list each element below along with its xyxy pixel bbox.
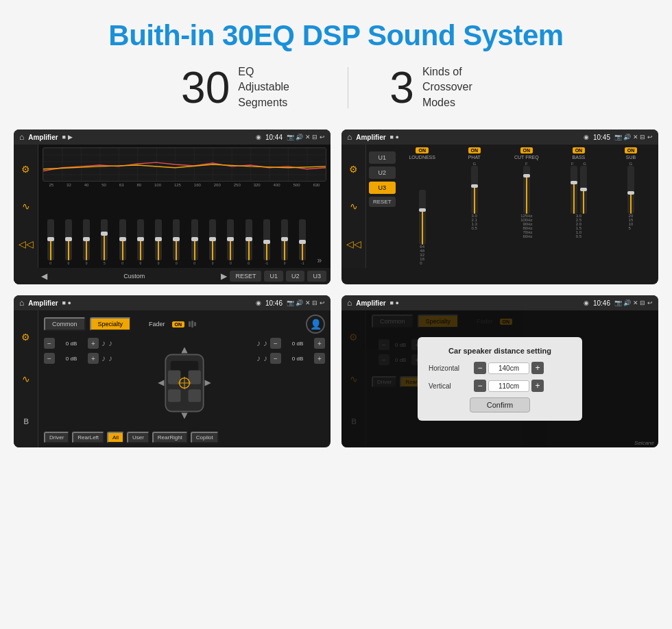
u1-btn[interactable]: U1 — [264, 271, 283, 282]
speaker-icon-6: ♪ — [263, 338, 267, 348]
eq-slider-2[interactable]: 0 — [65, 219, 72, 265]
db2-value: 0 dB — [58, 356, 85, 362]
sp-settings-icon[interactable]: ⚙ — [21, 332, 30, 343]
sp-right-controls: ♪ ♪ − 0 dB + ♪ ♪ − 0 dB + — [256, 338, 325, 428]
stat-eq-number: 30 — [181, 66, 230, 110]
cutfreq-slider1[interactable] — [523, 166, 530, 214]
xo-vol-icon[interactable]: ◁◁ — [346, 238, 361, 249]
home-icon-2[interactable]: ⌂ — [347, 132, 352, 142]
eq-settings-icon[interactable]: ⚙ — [21, 164, 30, 175]
common-tab[interactable]: Common — [44, 317, 86, 331]
location-icon-3: ◉ — [256, 299, 261, 306]
preset-u1[interactable]: U1 — [369, 151, 396, 164]
status-bar-1: ⌂ Amplifier ■ ▶ ◉ 10:44 📷 🔊 ✕ ⊟ ↩ — [14, 130, 331, 145]
eq-slider-15[interactable]: -1 — [299, 219, 306, 265]
screen-specialty: ⌂ Amplifier ■ ● ◉ 10:46 📷 🔊 ✕ ⊟ ↩ ⚙ ∿ ʙ … — [14, 295, 331, 447]
eq-slider-5[interactable]: 0 — [119, 219, 126, 265]
cutfreq-on[interactable]: ON — [520, 147, 533, 153]
prev-arrow[interactable]: ◀ — [41, 271, 47, 281]
eq-slider-9[interactable]: 0 — [191, 219, 198, 265]
eq-slider-10[interactable]: 0 — [209, 219, 216, 265]
sub-on[interactable]: ON — [625, 147, 638, 153]
copilot-btn[interactable]: Copilot — [191, 432, 219, 443]
eq-slider-6[interactable]: 0 — [137, 219, 144, 265]
sp-vol-icon[interactable]: ʙ — [23, 415, 29, 426]
eq-slider-11[interactable]: 0 — [227, 219, 234, 265]
loudness-slider[interactable] — [419, 190, 426, 245]
eq-wave-icon[interactable]: ∿ — [22, 201, 30, 212]
preset-u2[interactable]: U2 — [369, 166, 396, 179]
bass-on[interactable]: ON — [573, 147, 586, 153]
db4-minus[interactable]: − — [270, 353, 281, 364]
screens-grid: ⌂ Amplifier ■ ▶ ◉ 10:44 📷 🔊 ✕ ⊟ ↩ ⚙ ∿ ◁◁ — [0, 130, 672, 461]
dialog-horizontal-row: Horizontal − 140cm + — [429, 362, 571, 374]
xo-wave-icon[interactable]: ∿ — [350, 201, 358, 212]
db3-plus[interactable]: + — [314, 338, 325, 349]
car-svg — [150, 342, 219, 424]
next-arrow[interactable]: ▶ — [221, 271, 227, 281]
confirm-button[interactable]: Confirm — [470, 397, 531, 412]
avatar-icon[interactable]: 👤 — [306, 314, 325, 334]
phat-on[interactable]: ON — [468, 147, 481, 153]
u2-btn[interactable]: U2 — [286, 271, 305, 282]
sp-sidebar: ⚙ ∿ ʙ — [14, 310, 38, 447]
sp-car-area — [118, 338, 251, 428]
eq-slider-8[interactable]: 0 — [173, 219, 180, 265]
app-name-4: Amplifier — [356, 299, 385, 307]
bass-slider1[interactable] — [571, 166, 577, 214]
eq-slider-12[interactable]: 0 — [245, 219, 252, 265]
db2-plus[interactable]: + — [88, 353, 99, 364]
db4-plus[interactable]: + — [314, 353, 325, 364]
vertical-label: Vertical — [429, 382, 470, 390]
sub-slider[interactable] — [627, 166, 634, 214]
vertical-value: 110cm — [488, 380, 529, 392]
eq-slider-7[interactable]: 0 — [155, 219, 162, 265]
bass-slider2[interactable] — [580, 166, 587, 214]
home-icon-1[interactable]: ⌂ — [19, 132, 24, 142]
vertical-minus[interactable]: − — [474, 380, 486, 392]
more-icon[interactable]: » — [317, 256, 322, 265]
speaker-icon-3: ♪ — [101, 354, 106, 363]
all-btn[interactable]: All — [107, 432, 124, 443]
fader-on-badge[interactable]: ON — [172, 321, 185, 328]
home-icon-4[interactable]: ⌂ — [347, 298, 352, 308]
user-btn[interactable]: User — [127, 432, 149, 443]
specialty-tab[interactable]: Specialty — [90, 317, 132, 331]
u3-btn[interactable]: U3 — [307, 271, 326, 282]
db3-minus[interactable]: − — [270, 338, 281, 349]
rearright-btn[interactable]: RearRight — [152, 432, 188, 443]
xo-reset-btn[interactable]: RESET — [369, 197, 396, 207]
eq-slider-14[interactable]: 0 — [281, 219, 288, 265]
status-bar-2: ⌂ Amplifier ■ ● ◉ 10:45 📷 🔊 ✕ ⊟ ↩ — [341, 130, 658, 145]
time-2: 10:45 — [593, 134, 610, 141]
horizontal-minus[interactable]: − — [474, 362, 486, 374]
horizontal-plus[interactable]: + — [531, 362, 544, 374]
app-name-1: Amplifier — [28, 134, 58, 141]
xo-channel-cutfreq: ON CUT FREQ F 125Hz100Hz90Hz80Hz70Hz60Hz — [502, 147, 551, 265]
screen-eq: ⌂ Amplifier ■ ▶ ◉ 10:44 📷 🔊 ✕ ⊟ ↩ ⚙ ∿ ◁◁ — [14, 130, 331, 284]
eq-slider-13[interactable]: -1 — [263, 219, 270, 265]
eq-bottom-bar: ◀ Custom ▶ RESET U1 U2 U3 — [14, 268, 331, 284]
eq-slider-1[interactable]: 0 — [47, 219, 54, 265]
dialog-box: Car speaker distance setting Horizontal … — [418, 337, 582, 421]
db1-plus[interactable]: + — [88, 338, 99, 349]
rearleft-btn[interactable]: RearLeft — [72, 432, 104, 443]
sp-wave-icon[interactable]: ∿ — [22, 373, 30, 384]
speaker-icon-7: ♪ — [256, 354, 261, 363]
loudness-label: LOUDNESS — [409, 155, 435, 160]
loudness-on[interactable]: ON — [416, 147, 429, 153]
vertical-plus[interactable]: + — [531, 380, 544, 392]
home-icon-3[interactable]: ⌂ — [19, 298, 24, 308]
driver-btn[interactable]: Driver — [44, 432, 69, 443]
reset-btn[interactable]: RESET — [230, 271, 261, 282]
preset-u3[interactable]: U3 — [369, 182, 396, 194]
phat-slider[interactable] — [471, 166, 478, 214]
eq-slider-4[interactable]: 5 — [101, 219, 108, 265]
xo-settings-icon[interactable]: ⚙ — [349, 164, 358, 175]
speaker-icon-1: ♪ — [101, 338, 106, 348]
eq-slider-3[interactable]: 0 — [83, 219, 90, 265]
db1-minus[interactable]: − — [44, 338, 55, 349]
eq-vol-icon[interactable]: ◁◁ — [19, 238, 34, 249]
db2-minus[interactable]: − — [44, 353, 55, 364]
bass-label: BASS — [573, 155, 586, 160]
